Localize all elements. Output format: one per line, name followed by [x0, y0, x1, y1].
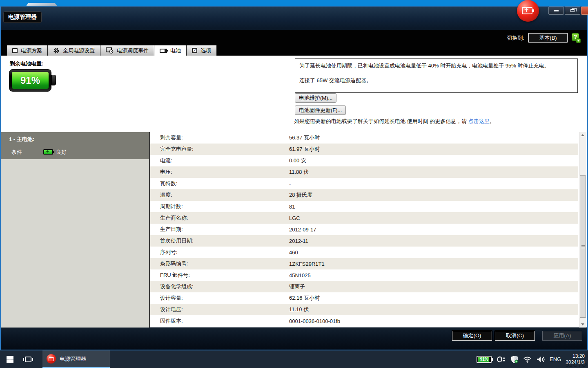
table-row: 完全充电容量:61.97 瓦小时: [150, 144, 578, 155]
row-label: 固件版本:: [150, 317, 289, 325]
basic-mode-button[interactable]: 基本(B): [528, 33, 568, 43]
ac-plug-icon[interactable]: [496, 356, 506, 363]
table-row: FRU 部件号:45N1025: [150, 269, 578, 281]
row-label: 设计容量:: [150, 294, 289, 302]
condition-label: 条件: [11, 148, 22, 156]
click-here-link[interactable]: 点击这里: [468, 118, 490, 124]
row-value: LGC: [289, 215, 300, 221]
table-row: 设备化学组成:锂离子: [150, 281, 578, 292]
wifi-icon[interactable]: [523, 356, 532, 363]
remaining-charge-label: 剩余电池电量:: [10, 60, 43, 67]
help-icon[interactable]: ? ▾: [572, 33, 581, 43]
gear-icon: [53, 47, 60, 54]
ok-button[interactable]: 确定(O): [452, 331, 492, 341]
taskbar-clock[interactable]: 13:20 2024/1/3: [566, 353, 585, 366]
tab-battery[interactable]: 电池: [154, 45, 187, 56]
speaker-icon[interactable]: [536, 356, 545, 363]
vertical-scrollbar[interactable]: [579, 132, 586, 328]
row-label: 瓦特数:: [150, 180, 289, 187]
notice-line-1: 为了延长电池使用期限，已将电池设置成电池电量低于 40% 时开始充电，电池电量处…: [299, 62, 573, 70]
condition-value: 良好: [56, 148, 67, 156]
table-row: 固件版本:0001-0036-0100-01fb: [150, 315, 578, 327]
tab-power-plans[interactable]: 电源方案: [7, 45, 48, 56]
battery-list-panel: 1 - 主电池: 条件 + 良好: [1, 132, 149, 328]
table-row: 剩余容量:56.37 瓦小时: [150, 132, 578, 144]
schedule-icon: [106, 47, 114, 54]
close-button[interactable]: X: [581, 7, 588, 15]
row-label: 生产商名称:: [150, 214, 289, 222]
cancel-button[interactable]: 取消(C): [495, 331, 535, 341]
apply-button: 应用(A): [542, 331, 582, 341]
row-value: 62.16 瓦小时: [289, 294, 320, 302]
table-row: 设计容量:62.16 瓦小时: [150, 292, 578, 304]
language-indicator[interactable]: ENG: [550, 356, 561, 362]
power-manager-window: 切换到: 基本(B) ? ▾ 电源方案 全局电源设置 电源调度事件: [0, 6, 588, 350]
tray-battery-icon[interactable]: 91%: [477, 356, 492, 363]
table-row: 序列号:460: [150, 247, 578, 258]
tab-power-schedule-events[interactable]: 电源调度事件: [100, 45, 154, 56]
battery-maintenance-button[interactable]: 电池维护(M)...: [295, 93, 336, 103]
tab-options[interactable]: ✓ 选项: [187, 45, 217, 56]
tab-global-power-settings[interactable]: 全局电源设置: [48, 45, 100, 56]
window-controls: X: [548, 7, 588, 15]
battery-icon: [160, 49, 167, 53]
table-row: 首次使用日期:2012-11: [150, 235, 578, 247]
start-button[interactable]: [0, 350, 20, 368]
row-value: 2012-11: [289, 238, 308, 244]
row-value: -: [289, 181, 291, 187]
scroll-up-arrow[interactable]: [579, 132, 586, 139]
system-tray: 91% ENG 13:20 2024/1/3: [477, 350, 588, 368]
task-view-button[interactable]: [20, 350, 37, 368]
row-label: 完全充电容量:: [150, 146, 289, 153]
window-header: [1, 7, 587, 30]
minimize-button[interactable]: [548, 7, 564, 15]
row-label: 周期计数:: [150, 203, 289, 210]
scrollbar-thumb[interactable]: [580, 175, 586, 318]
battery-overview-section: 剩余电池电量: 91% 为了延长电池使用期限，已将电池设置成电池电量低于 40%…: [1, 56, 587, 132]
table-row: 温度:28 摄氏度: [150, 189, 578, 201]
dialog-footer: 确定(O) 取消(C) 应用(A): [1, 328, 587, 350]
restore-button[interactable]: [565, 7, 580, 15]
battery-details-rows: 剩余容量:56.37 瓦小时完全充电容量:61.97 瓦小时电流:0.00 安电…: [150, 132, 578, 327]
primary-battery-header[interactable]: 1 - 主电池: 条件 + 良好: [1, 132, 149, 159]
taskbar-app-power-manager[interactable]: 电源管理器: [42, 350, 110, 368]
row-value: 2012-09-17: [289, 227, 316, 233]
row-value: 81: [289, 204, 295, 210]
table-row: 电流:0.00 安: [150, 155, 578, 166]
power-manager-logo-icon: +: [517, 0, 539, 22]
row-label: 设计电压:: [150, 306, 289, 313]
security-shield-icon[interactable]: [510, 355, 519, 364]
row-value: 1ZKFS29R1T1: [289, 261, 325, 267]
tray-date: 2024/1/3: [566, 359, 585, 366]
table-row: 条形码编号:1ZKFS29R1T1: [150, 258, 578, 269]
row-label: 电流:: [150, 157, 289, 164]
task-view-icon: [25, 357, 31, 362]
table-row: 周期计数:81: [150, 201, 578, 212]
row-value: 0001-0036-0100-01fb: [289, 318, 340, 324]
power-manager-taskbar-icon: [47, 354, 56, 364]
scroll-down-arrow[interactable]: [579, 321, 586, 328]
row-label: 条形码编号:: [150, 260, 289, 267]
row-value: 11.10 伏: [289, 306, 309, 313]
more-info-line: 如果您需要新的电池或要了解关于如何延长电池 使用时间 的更多信息，请 点击这里。: [294, 118, 495, 125]
row-label: 首次使用日期:: [150, 237, 289, 245]
desktop: { "window": { "tooltip": "电源管理器", "contr…: [0, 0, 588, 368]
app-title-tooltip: 电源管理器: [3, 11, 42, 23]
row-value: 锂离子: [289, 283, 305, 290]
battery-gauge: 91%: [9, 69, 51, 92]
tab-bar: 电源方案 全局电源设置 电源调度事件 电池 ✓ 选项: [1, 45, 587, 56]
condition-battery-icon: +: [43, 149, 53, 155]
battery-details-section: 1 - 主电池: 条件 + 良好 剩余容量:56.37 瓦小时完全充电容量:61…: [1, 132, 587, 328]
row-value: 460: [289, 249, 298, 256]
table-row: 生产商名称:LGC: [150, 212, 578, 224]
row-value: 45N1025: [289, 272, 311, 278]
taskbar: 电源管理器 91% ENG: [0, 350, 588, 368]
switch-to-label: 切换到:: [507, 34, 524, 42]
row-value: 28 摄氏度: [289, 191, 312, 199]
page-icon: [12, 48, 18, 53]
row-label: 设备化学组成:: [150, 283, 289, 290]
row-value: 61.97 瓦小时: [289, 146, 320, 153]
battery-firmware-update-button[interactable]: 电池固件更新(F)...: [295, 105, 346, 115]
taskbar-app-label: 电源管理器: [60, 355, 86, 363]
tray-battery-percent: 91%: [477, 357, 491, 361]
